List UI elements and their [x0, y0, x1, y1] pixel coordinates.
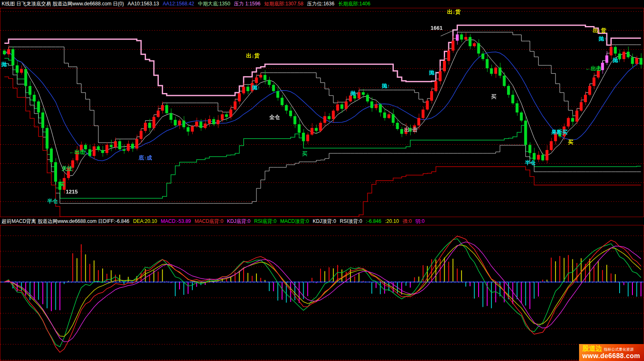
chart-annotation: 1215 [66, 189, 78, 194]
chart-annotation: 抛↑ [599, 36, 607, 41]
chart-annotation: 抛↑ [382, 83, 390, 88]
chart-annotation: 抛↑ [252, 85, 260, 90]
chart-annotation: 买 [59, 182, 65, 187]
kline-info-segment: K线图 日飞龙顶底交易 股道边网www.de6688.com 日(0) [2, 0, 124, 7]
macd-info-segment: 强:0 [402, 218, 412, 225]
trading-app-window: K线图 日飞龙顶底交易 股道边网www.de6688.com 日(0)AA10:… [0, 0, 644, 361]
site-watermark-banner: 股道边 指标公式量化资源 www.de6688.com [579, 344, 644, 361]
macd-info-segment: 弱:0 [415, 218, 424, 225]
chart-annotation: 买 [302, 151, 307, 156]
macd-info-segment: RSI顶背:0 [340, 218, 362, 225]
logo-url: www.de6688.com [582, 352, 642, 359]
macd-info-segment: MACD顶背:0 [280, 218, 309, 225]
chart-annotation: 买 [568, 139, 573, 145]
macd-info-segment: KDJ顶背:0 [313, 218, 336, 225]
kline-info-segment: AA12:1568.42 [163, 1, 194, 7]
macd-info-segment: :-6.846 [366, 218, 381, 224]
chart-annotation: 果断买 [551, 129, 567, 135]
chart-annotation: 半仓 [47, 198, 58, 204]
chart-annotation: 底↑成 [139, 155, 152, 160]
macd-chart-panel[interactable] [0, 225, 644, 361]
kline-info-segment: 中期大底:1350 [198, 0, 230, 7]
macd-info-segment: 超前MACD背离 股道边网www.de6688.com 日DIFF:-6.846 [2, 218, 129, 225]
chart-annotation: 抛↑ [1, 62, 10, 67]
chart-annotation: 买 [491, 94, 496, 99]
macd-info-segment: DEA:20.10 [133, 218, 157, 224]
macd-info-segment: MACD:-53.89 [161, 218, 191, 224]
kline-info-segment: 短期底部:1307.58 [264, 0, 304, 7]
macd-info-segment: RSI底背:0 [254, 218, 277, 225]
macd-info-segment: MACD底背:0 [195, 218, 223, 225]
chart-annotation: 1661 [431, 25, 443, 31]
kline-info-segment: AA10:1563.13 [127, 1, 159, 7]
macd-info-segment: :20.10 [385, 218, 399, 224]
chart-annotation: 抛↑ [429, 70, 437, 75]
chart-annotation: 出↑击 [404, 127, 418, 132]
macd-indicator-bar: 超前MACD背离 股道边网www.de6688.com 日DIFF:-6.846… [0, 218, 644, 225]
kline-info-segment: 压力 1:1596 [234, 0, 261, 7]
chart-annotation: 半仓 [525, 160, 536, 165]
chart-annotation: ←出击 [585, 66, 601, 71]
chart-annotation: ←出击 [69, 149, 85, 155]
chart-annotation: 关注 [62, 166, 72, 171]
kline-chart-canvas[interactable] [0, 8, 644, 217]
chart-annotation: 出↓货 [447, 9, 461, 14]
chart-annotation: 出↓货 [246, 53, 260, 58]
kline-indicator-bar: K线图 日飞龙顶底交易 股道边网www.de6688.com 日(0)AA10:… [0, 0, 644, 7]
kline-chart-panel[interactable]: 抛↑出↓货出↓货出↓货16611215半仓半仓买买买买关注←出击底↑成全仓出↑击… [0, 8, 644, 217]
kline-info-segment: 长期底部:1406 [338, 0, 370, 7]
logo-brand: 股道边 [582, 345, 602, 352]
chart-annotation: 出↓货 [593, 28, 606, 33]
kline-info-segment: 压力位:1636 [307, 0, 334, 7]
macd-chart-canvas[interactable] [0, 225, 644, 361]
logo-tagline: 指标公式量化资源 [604, 347, 634, 352]
chart-annotation: 全仓 [269, 115, 280, 120]
macd-info-segment: KDJ底背:0 [227, 218, 251, 225]
chart-annotation: 抛↑ [613, 57, 621, 63]
chart-annotation: 抛↑ [350, 91, 359, 96]
